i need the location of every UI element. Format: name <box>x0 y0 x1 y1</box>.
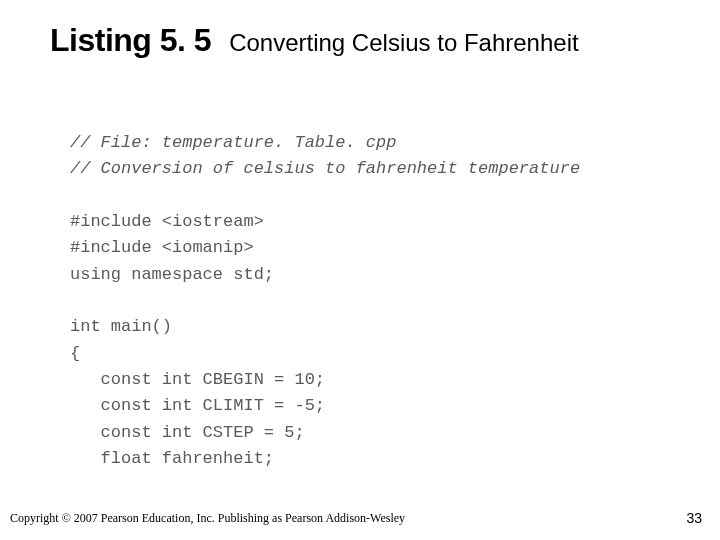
code-comment-1: // File: temperature. Table. cpp <box>70 133 396 152</box>
code-line: #include <iostream> <box>70 212 264 231</box>
code-line: #include <iomanip> <box>70 238 254 257</box>
code-line: { <box>70 344 80 363</box>
slide: Listing 5. 5 Converting Celsius to Fahre… <box>0 0 720 540</box>
code-line: float fahrenheit; <box>70 449 274 468</box>
slide-title: Converting Celsius to Fahrenheit <box>229 29 579 57</box>
title-row: Listing 5. 5 Converting Celsius to Fahre… <box>50 22 690 59</box>
page-number: 33 <box>686 510 702 526</box>
code-line: using namespace std; <box>70 265 274 284</box>
code-line: int main() <box>70 317 172 336</box>
code-comment-2: // Conversion of celsius to fahrenheit t… <box>70 159 580 178</box>
copyright-text: Copyright © 2007 Pearson Education, Inc.… <box>10 511 405 526</box>
code-line: const int CSTEP = 5; <box>70 423 305 442</box>
code-line: const int CLIMIT = -5; <box>70 396 325 415</box>
code-line: const int CBEGIN = 10; <box>70 370 325 389</box>
code-listing: // File: temperature. Table. cpp // Conv… <box>70 130 580 472</box>
listing-number: Listing 5. 5 <box>50 22 211 59</box>
